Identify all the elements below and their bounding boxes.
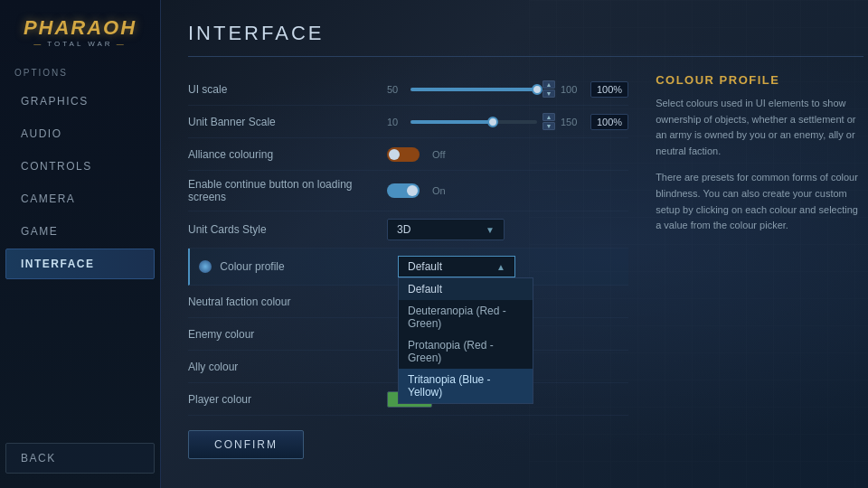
- continue-toggle-knob: [407, 185, 418, 196]
- continue-toggle-label: On: [432, 185, 446, 196]
- sidebar: PHARAOH TOTAL WAR OPTIONS GRAPHICS AUDIO…: [0, 0, 161, 488]
- sidebar-item-camera[interactable]: CAMERA: [5, 183, 155, 214]
- ui-scale-arrow-down[interactable]: ▼: [542, 89, 555, 98]
- colour-profile-arrow: ▲: [496, 262, 505, 272]
- ui-scale-arrows: ▲ ▼: [542, 80, 555, 98]
- info-paragraph-1: Select colours used in UI elements to sh…: [656, 96, 863, 159]
- colour-profile-control: Default ▲ Default Deuteranopia (Red - Gr…: [398, 256, 628, 277]
- ui-scale-value: 100%: [590, 81, 628, 98]
- back-button[interactable]: BACK: [5, 443, 155, 474]
- ui-scale-slider: 50 ▲ ▼ 100: [387, 80, 583, 98]
- logo: PHARAOH TOTAL WAR: [24, 18, 137, 48]
- ui-scale-thumb[interactable]: [532, 84, 542, 95]
- setting-row-colour-profile: Colour profile Default ▲ Default Deutera…: [188, 249, 628, 286]
- info-paragraph-2: There are presets for common forms of co…: [656, 170, 863, 233]
- banner-scale-arrow-down[interactable]: ▼: [542, 122, 555, 130]
- options-label: OPTIONS: [0, 62, 160, 85]
- alliance-colouring-toggle[interactable]: [387, 147, 420, 162]
- colour-profile-option-tritanopia[interactable]: Tritanopia (Blue - Yellow): [399, 369, 533, 403]
- banner-scale-min: 10: [387, 117, 405, 127]
- sidebar-item-graphics[interactable]: GRAPHICS: [5, 86, 155, 117]
- continue-button-toggle[interactable]: [387, 183, 420, 198]
- banner-scale-arrow-up[interactable]: ▲: [542, 113, 555, 121]
- ui-scale-fill: [410, 88, 537, 91]
- unit-cards-value: 3D: [397, 223, 410, 236]
- enemy-colour-label: Enemy colour: [188, 328, 387, 341]
- ui-scale-track[interactable]: [410, 88, 537, 91]
- banner-scale-track[interactable]: [410, 120, 537, 124]
- setting-row-banner-scale: Unit Banner Scale 10 ▲ ▼: [188, 106, 628, 138]
- banner-scale-arrows: ▲ ▼: [542, 113, 555, 130]
- colour-profile-header[interactable]: Default ▲: [398, 256, 515, 277]
- alliance-colouring-label: Alliance colouring: [188, 148, 387, 161]
- ally-colour-label: Ally colour: [188, 361, 387, 373]
- sidebar-item-controls[interactable]: CONTROLS: [5, 151, 155, 182]
- colour-profile-option-protanopia[interactable]: Protanopia (Red - Green): [399, 334, 533, 369]
- logo-total-war: TOTAL WAR: [24, 40, 137, 48]
- bottom-bar: CONFIRM: [188, 416, 628, 459]
- continue-button-label: Enable continue button on loading screen…: [188, 178, 387, 203]
- colour-profile-selected: Default: [408, 260, 442, 273]
- banner-scale-slider: 10 ▲ ▼ 150: [387, 113, 583, 130]
- setting-row-continue: Enable continue button on loading screen…: [188, 171, 628, 211]
- ui-scale-control: 50 ▲ ▼ 100 100%: [387, 80, 628, 98]
- ui-scale-label: UI scale: [188, 83, 387, 96]
- continue-button-control: On: [387, 183, 628, 198]
- setting-row-alliance: Alliance colouring Off: [188, 138, 628, 171]
- setting-row-ui-scale: UI scale 50 ▲ ▼ 100: [188, 73, 628, 106]
- main-content: INTERFACE UI scale 50: [161, 0, 868, 488]
- colour-icon: [199, 260, 212, 273]
- unit-cards-arrow: ▼: [486, 225, 495, 235]
- alliance-colouring-control: Off: [387, 147, 628, 162]
- confirm-button[interactable]: CONFIRM: [188, 430, 304, 459]
- page-title: INTERFACE: [188, 22, 863, 57]
- info-title: COLOUR PROFILE: [656, 73, 863, 87]
- ui-scale-arrow-up[interactable]: ▲: [542, 80, 555, 89]
- neutral-colour-label: Neutral faction colour: [188, 296, 387, 308]
- info-panel: COLOUR PROFILE Select colours used in UI…: [656, 73, 863, 470]
- banner-scale-thumb[interactable]: [487, 117, 498, 127]
- unit-cards-control: 3D ▼: [387, 219, 628, 240]
- colour-profile-dropdown: Default ▲ Default Deuteranopia (Red - Gr…: [398, 256, 515, 277]
- unit-cards-select[interactable]: 3D ▼: [387, 219, 505, 240]
- banner-scale-value: 100%: [590, 114, 628, 130]
- alliance-toggle-label: Off: [432, 149, 445, 160]
- sidebar-item-audio[interactable]: AUDIO: [5, 118, 155, 149]
- content-area: UI scale 50 ▲ ▼ 100: [188, 73, 863, 470]
- banner-scale-label: Unit Banner Scale: [188, 116, 387, 128]
- settings-panel: UI scale 50 ▲ ▼ 100: [188, 73, 628, 470]
- sidebar-item-game[interactable]: GAME: [5, 216, 155, 247]
- alliance-toggle-knob: [389, 149, 400, 160]
- ui-scale-max: 100: [561, 84, 583, 95]
- logo-area: PHARAOH TOTAL WAR: [0, 9, 160, 62]
- sidebar-item-interface[interactable]: INTERFACE: [5, 249, 155, 279]
- banner-scale-fill: [410, 120, 493, 124]
- banner-scale-control: 10 ▲ ▼ 150 100%: [387, 113, 628, 130]
- colour-profile-label: Colour profile: [199, 260, 398, 274]
- sidebar-bottom: BACK: [0, 280, 160, 488]
- colour-profile-option-default[interactable]: Default: [399, 278, 533, 300]
- player-colour-label: Player colour: [188, 393, 387, 406]
- ui-scale-min: 50: [387, 84, 405, 95]
- banner-scale-max: 150: [561, 117, 583, 127]
- logo-pharaoh: PHARAOH: [24, 18, 137, 38]
- unit-cards-label: Unit Cards Style: [188, 223, 387, 236]
- colour-profile-list: Default Deuteranopia (Red - Green) Prota…: [398, 277, 533, 404]
- colour-profile-option-deuteranopia[interactable]: Deuteranopia (Red - Green): [399, 300, 533, 334]
- setting-row-unit-cards: Unit Cards Style 3D ▼: [188, 211, 628, 249]
